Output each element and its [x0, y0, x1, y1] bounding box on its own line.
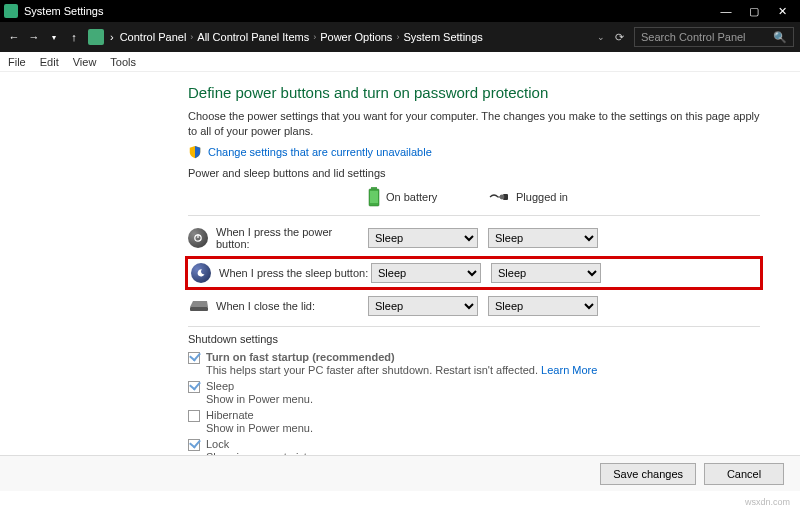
- laptop-lid-icon: [188, 299, 210, 313]
- address-bar: ← → ▾ ↑ › Control Panel › All Control Pa…: [0, 22, 800, 52]
- breadcrumb-seg[interactable]: Power Options: [320, 31, 392, 43]
- search-input[interactable]: Search Control Panel 🔍: [634, 27, 794, 47]
- app-icon: [4, 4, 18, 18]
- footer: Save changes Cancel: [0, 455, 800, 491]
- power-label: When I press the power button:: [216, 226, 368, 250]
- sleep-sub: Show in Power menu.: [206, 393, 313, 405]
- recent-dropdown-icon[interactable]: ▾: [46, 29, 62, 45]
- sleep-battery-select[interactable]: Sleep: [371, 263, 481, 283]
- shutdown-settings: Turn on fast startup (recommended) This …: [188, 351, 760, 455]
- power-plugged-select[interactable]: Sleep: [488, 228, 598, 248]
- svg-point-4: [500, 194, 505, 199]
- lid-battery-select[interactable]: Sleep: [368, 296, 478, 316]
- section-shutdown: Shutdown settings: [188, 333, 760, 345]
- refresh-button[interactable]: ⟳: [615, 31, 624, 44]
- menu-tools[interactable]: Tools: [110, 56, 136, 68]
- menu-edit[interactable]: Edit: [40, 56, 59, 68]
- hibernate-title: Hibernate: [206, 409, 313, 421]
- control-panel-icon: [88, 29, 104, 45]
- power-battery-select[interactable]: Sleep: [368, 228, 478, 248]
- hibernate-checkbox[interactable]: [188, 410, 200, 422]
- page-heading: Define power buttons and turn on passwor…: [188, 84, 760, 101]
- power-icon: [188, 228, 208, 248]
- lock-checkbox[interactable]: [188, 439, 200, 451]
- sleep-plugged-select[interactable]: Sleep: [491, 263, 601, 283]
- menu-view[interactable]: View: [73, 56, 97, 68]
- lid-plugged-select[interactable]: Sleep: [488, 296, 598, 316]
- watermark: wsxdn.com: [0, 491, 800, 507]
- save-button[interactable]: Save changes: [600, 463, 696, 485]
- row-power-button: When I press the power button: Sleep Sle…: [188, 222, 760, 254]
- lock-title: Lock: [206, 438, 356, 450]
- menu-file[interactable]: File: [8, 56, 26, 68]
- window-title: System Settings: [24, 5, 712, 17]
- learn-more-link[interactable]: Learn More: [541, 364, 597, 376]
- chevron-right-icon: ›: [396, 32, 399, 42]
- content: Define power buttons and turn on passwor…: [0, 72, 800, 455]
- lid-label: When I close the lid:: [216, 300, 368, 312]
- sleep-title: Sleep: [206, 380, 313, 392]
- forward-button[interactable]: →: [26, 29, 42, 45]
- col-plugged-label: Plugged in: [516, 191, 568, 203]
- moon-icon: [191, 263, 211, 283]
- up-button[interactable]: ↑: [66, 29, 82, 45]
- hibernate-item: HibernateShow in Power menu.: [188, 409, 760, 434]
- col-battery-label: On battery: [386, 191, 437, 203]
- minimize-button[interactable]: —: [712, 0, 740, 22]
- fast-startup-title: Turn on fast startup (recommended): [206, 351, 395, 363]
- svg-rect-7: [190, 307, 208, 311]
- fast-startup-desc: This helps start your PC faster after sh…: [206, 364, 541, 376]
- page-desc: Choose the power settings that you want …: [188, 109, 760, 139]
- row-sleep-button: When I press the sleep button: Sleep Sle…: [185, 256, 763, 290]
- breadcrumb-seg[interactable]: All Control Panel Items: [197, 31, 309, 43]
- lock-item: LockShow in account picture menu.: [188, 438, 760, 455]
- breadcrumb-seg[interactable]: System Settings: [403, 31, 482, 43]
- chevron-right-icon: ›: [313, 32, 316, 42]
- change-settings-link[interactable]: Change settings that are currently unava…: [208, 146, 432, 158]
- row-close-lid: When I close the lid: Sleep Sleep: [188, 292, 760, 320]
- fast-startup-item: Turn on fast startup (recommended) This …: [188, 351, 760, 376]
- search-placeholder: Search Control Panel: [641, 31, 746, 43]
- cancel-button[interactable]: Cancel: [704, 463, 784, 485]
- close-button[interactable]: ✕: [768, 0, 796, 22]
- history-dropdown-icon[interactable]: ⌄: [597, 32, 605, 42]
- shield-icon: [188, 145, 202, 159]
- hibernate-sub: Show in Power menu.: [206, 422, 313, 434]
- sleep-label: When I press the sleep button:: [219, 267, 371, 279]
- svg-rect-2: [370, 191, 378, 203]
- back-button[interactable]: ←: [6, 29, 22, 45]
- search-icon: 🔍: [773, 31, 787, 44]
- menubar: File Edit View Tools: [0, 52, 800, 72]
- plug-icon: [488, 191, 510, 203]
- titlebar: System Settings — ▢ ✕: [0, 0, 800, 22]
- svg-rect-0: [371, 187, 377, 189]
- fast-startup-checkbox[interactable]: [188, 352, 200, 364]
- sleep-checkbox[interactable]: [188, 381, 200, 393]
- maximize-button[interactable]: ▢: [740, 0, 768, 22]
- breadcrumb: Control Panel › All Control Panel Items …: [120, 31, 591, 43]
- section-power-and-sleep: Power and sleep buttons and lid settings: [188, 167, 760, 179]
- sleep-item: SleepShow in Power menu.: [188, 380, 760, 405]
- breadcrumb-seg[interactable]: Control Panel: [120, 31, 187, 43]
- chevron-right-icon: ›: [190, 32, 193, 42]
- battery-icon: [368, 187, 380, 207]
- chevron-right-icon: ›: [110, 31, 114, 43]
